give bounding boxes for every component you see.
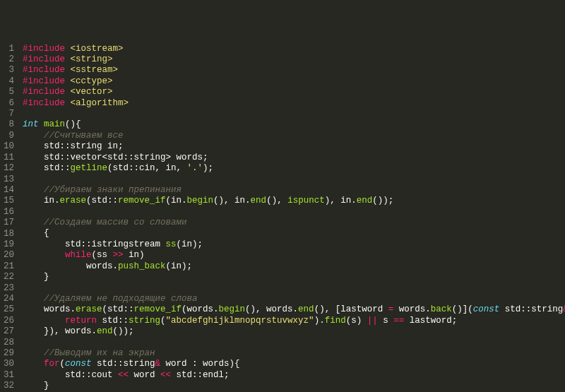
line-number: 15: [3, 196, 14, 206]
token-punc: [23, 359, 44, 369]
token-punc: std::cout: [23, 370, 118, 380]
code-line[interactable]: [23, 109, 565, 119]
code-line[interactable]: }), words.end());: [23, 326, 565, 337]
token-type: const: [65, 359, 92, 369]
line-number: 18: [3, 229, 14, 239]
code-line[interactable]: #include <string>: [23, 54, 565, 65]
token-punc: [23, 348, 44, 358]
token-punc: words.: [23, 261, 118, 271]
line-number: 4: [3, 76, 14, 87]
line-number: 11: [3, 153, 14, 163]
code-line[interactable]: #include <iostream>: [23, 44, 565, 54]
token-kw: >>: [113, 250, 124, 260]
token-fn: end: [357, 196, 373, 206]
code-line[interactable]: [23, 338, 565, 348]
token-punc: (words.: [182, 304, 219, 314]
code-line[interactable]: {: [23, 228, 565, 239]
code-area[interactable]: #include <iostream>#include <string>#inc…: [20, 44, 565, 392]
token-fn: end: [298, 304, 314, 314]
code-line[interactable]: std::string in;: [23, 141, 565, 152]
line-number: 24: [3, 294, 14, 304]
token-punc: [65, 98, 71, 108]
token-fn: back: [431, 304, 452, 314]
code-line[interactable]: in.erase(std::remove_if(in.begin(), in.e…: [23, 196, 565, 206]
code-line[interactable]: #include <vector>: [23, 87, 565, 97]
token-str: <sstream>: [71, 65, 119, 75]
code-line[interactable]: }: [23, 381, 565, 391]
token-kw: <<: [118, 370, 129, 380]
code-line[interactable]: while(ss >> in): [23, 250, 565, 261]
code-line[interactable]: //Убираем знаки препинания: [23, 185, 565, 196]
code-line[interactable]: [23, 207, 565, 218]
token-punc: std::: [97, 316, 129, 326]
code-line[interactable]: #include <algorithm>: [23, 98, 565, 109]
token-punc: words.: [23, 304, 76, 314]
line-number: 30: [3, 359, 14, 369]
code-line[interactable]: [23, 283, 565, 294]
line-number-gutter: 1234567891011121314151617181920212223242…: [0, 44, 20, 392]
token-type: int: [23, 119, 39, 129]
token-punc: std::vector<std::string> words;: [23, 153, 208, 162]
token-punc: (), in.: [213, 196, 251, 206]
token-kw: ||: [367, 316, 378, 326]
code-line[interactable]: }: [23, 272, 565, 283]
code-editor[interactable]: 1234567891011121314151617181920212223242…: [0, 44, 565, 392]
code-line[interactable]: return std::string("abcdefghijklmnopqrst…: [23, 316, 565, 326]
token-punc: ());: [113, 326, 134, 336]
token-kw: #include: [23, 44, 65, 54]
line-number: 9: [3, 131, 14, 141]
token-punc: (in);: [166, 261, 193, 271]
token-fn: remove_if: [134, 304, 182, 314]
token-fn: find: [325, 316, 346, 326]
token-kw: #include: [23, 65, 65, 75]
token-punc: (: [160, 316, 166, 326]
code-line[interactable]: std::getline(std::cin, in, '.');: [23, 163, 565, 174]
code-line[interactable]: words.erase(std::remove_if(words.begin()…: [23, 304, 565, 315]
token-punc: [65, 87, 71, 97]
token-punc: (std::: [86, 196, 118, 206]
code-line[interactable]: //Удаляем не подходящие слова: [23, 294, 565, 304]
token-punc: [23, 218, 44, 227]
code-line[interactable]: [23, 174, 565, 184]
token-com: //Создаем массив со словами: [44, 218, 187, 227]
token-punc: (),: [266, 196, 287, 206]
token-str: <string>: [71, 54, 113, 64]
code-line[interactable]: words.push_back(in);: [23, 261, 565, 272]
token-punc: {: [23, 228, 49, 238]
token-punc: }: [23, 381, 49, 391]
token-punc: (std::: [102, 304, 134, 314]
code-line[interactable]: //Считываем все: [23, 131, 565, 141]
token-com: //Считываем все: [44, 131, 124, 141]
code-line[interactable]: #include <cctype>: [23, 76, 565, 87]
token-str: <iostream>: [71, 44, 124, 54]
line-number: 23: [3, 283, 14, 294]
token-str: <algorithm>: [71, 98, 129, 108]
token-punc: (s): [346, 316, 367, 326]
token-fn: begin: [219, 304, 246, 314]
token-punc: [23, 316, 65, 326]
token-punc: (std::cin, in,: [107, 163, 187, 173]
code-line[interactable]: //Выводим их на экран: [23, 348, 565, 359]
line-number: 7: [3, 109, 14, 119]
token-fn: erase: [76, 304, 102, 314]
code-line[interactable]: std::istringstream ss(in);: [23, 239, 565, 250]
line-number: 26: [3, 316, 14, 326]
line-number: 20: [3, 250, 14, 261]
token-fn: end: [97, 326, 113, 336]
code-line[interactable]: int main(){: [23, 119, 565, 130]
code-line[interactable]: std::vector<std::string> words;: [23, 153, 565, 163]
token-str: <cctype>: [71, 76, 113, 86]
code-line[interactable]: //Создаем массив со словами: [23, 218, 565, 228]
code-line[interactable]: std::cout << word << std::endl;: [23, 370, 565, 381]
code-line[interactable]: for(const std::string& word : words){: [23, 359, 565, 369]
token-punc: (in);: [177, 239, 203, 249]
token-fn: begin: [187, 196, 214, 206]
token-punc: (ss: [92, 250, 113, 260]
code-line[interactable]: #include <sstream>: [23, 65, 565, 76]
token-com: //Убираем знаки препинания: [44, 185, 182, 195]
token-fn: ispunct: [287, 196, 325, 206]
token-kw: ==: [393, 316, 404, 326]
line-number: 25: [3, 304, 14, 315]
token-kw: #include: [23, 76, 65, 86]
token-punc: [65, 65, 71, 75]
